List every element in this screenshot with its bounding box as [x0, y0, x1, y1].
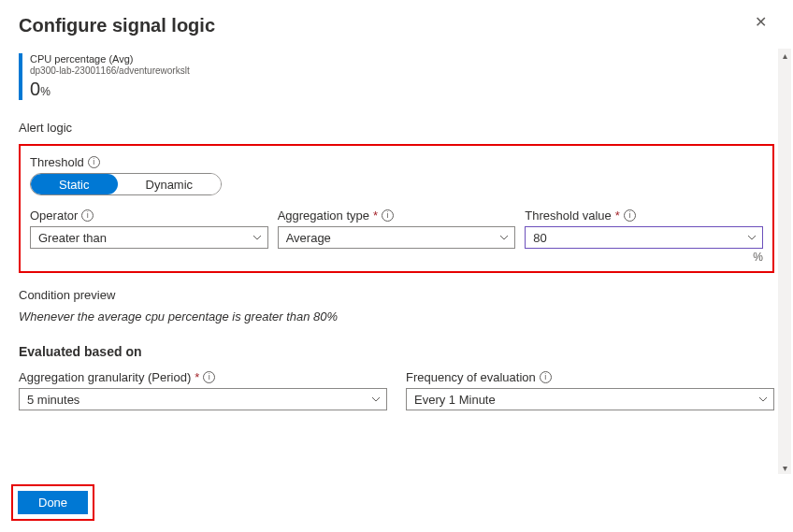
condition-preview-text: Whenever the average cpu percentage is g…	[19, 309, 774, 324]
scroll-up-icon[interactable]: ▴	[778, 49, 791, 62]
done-button[interactable]: Done	[18, 491, 88, 514]
frequency-value: Every 1 Minute	[414, 393, 496, 407]
evaluated-heading: Evaluated based on	[19, 344, 774, 359]
required-marker: *	[373, 208, 378, 223]
required-marker: *	[195, 370, 199, 384]
metric-summary: CPU percentage (Avg) dp300-lab-23001166/…	[19, 53, 774, 100]
chevron-down-icon	[499, 235, 509, 240]
metric-unit: %	[40, 85, 50, 98]
aggregation-label: Aggregation type	[278, 208, 369, 223]
chevron-down-icon	[252, 235, 262, 240]
granularity-value: 5 minutes	[27, 393, 79, 407]
metric-name: CPU percentage (Avg)	[30, 53, 190, 65]
chevron-down-icon	[747, 235, 757, 240]
frequency-label: Frequency of evaluation	[406, 370, 536, 384]
operator-value: Greater than	[38, 231, 107, 245]
scroll-down-icon[interactable]: ▾	[778, 461, 791, 474]
granularity-select[interactable]: 5 minutes	[19, 388, 387, 410]
info-icon[interactable]: i	[203, 371, 215, 383]
threshold-value-input[interactable]: 80	[525, 226, 763, 249]
close-icon[interactable]: ✕	[755, 15, 767, 30]
threshold-dynamic-option[interactable]: Dynamic	[118, 174, 222, 194]
operator-label: Operator	[30, 208, 78, 223]
required-marker: *	[615, 208, 620, 223]
operator-select[interactable]: Greater than	[30, 226, 268, 249]
threshold-value-label: Threshold value	[525, 208, 612, 223]
threshold-label: Threshold	[30, 155, 84, 169]
condition-preview-label: Condition preview	[19, 288, 774, 302]
frequency-select[interactable]: Every 1 Minute	[406, 388, 774, 410]
threshold-toggle[interactable]: Static Dynamic	[30, 173, 222, 195]
aggregation-value: Average	[286, 231, 331, 245]
alert-logic-label: Alert logic	[19, 121, 774, 135]
done-highlight: Done	[11, 484, 94, 521]
threshold-value-unit: %	[525, 251, 763, 264]
info-icon[interactable]: i	[624, 209, 636, 222]
scrollbar[interactable]: ▴ ▾	[778, 49, 791, 474]
info-icon[interactable]: i	[382, 209, 394, 222]
info-icon[interactable]: i	[81, 209, 94, 222]
info-icon[interactable]: i	[540, 371, 552, 383]
alert-logic-highlight: Threshold i Static Dynamic Operator i Gr…	[19, 144, 774, 273]
panel-title: Configure signal logic	[19, 15, 774, 36]
metric-value: 0	[30, 79, 40, 99]
threshold-value: 80	[533, 231, 546, 245]
threshold-static-option[interactable]: Static	[31, 174, 118, 194]
granularity-label: Aggregation granularity (Period)	[19, 370, 191, 384]
info-icon[interactable]: i	[88, 156, 100, 168]
aggregation-select[interactable]: Average	[278, 226, 516, 249]
chevron-down-icon	[371, 396, 381, 402]
chevron-down-icon	[758, 396, 768, 402]
metric-resource: dp300-lab-23001166/adventureworkslt	[30, 65, 190, 77]
